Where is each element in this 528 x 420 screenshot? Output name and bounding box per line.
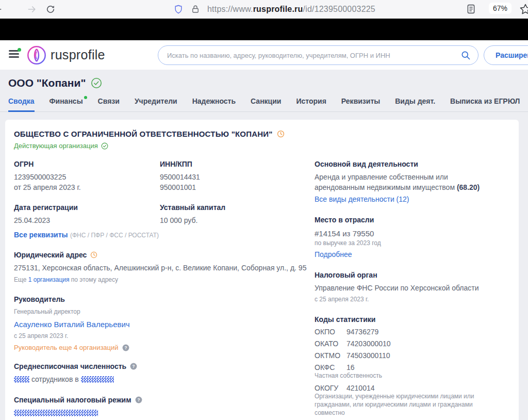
all-activities-link[interactable]: Все виды деятельности (12): [315, 195, 510, 205]
inn-value: 9500014431: [160, 172, 315, 183]
question-icon[interactable]: ?: [130, 363, 137, 370]
question-icon[interactable]: ?: [122, 344, 129, 351]
menu-hamburger-icon[interactable]: [9, 50, 19, 58]
tax-authority-value: Управление ФНС России по Херсонской обла…: [315, 283, 510, 294]
advanced-search-button[interactable]: Расширенный поиск: [484, 45, 528, 65]
svg-text:?: ?: [137, 397, 140, 402]
new-data-dot: [84, 96, 87, 99]
head-position: Генеральный директор: [14, 308, 315, 316]
head-other-orgs-link[interactable]: Руководитель еще 4 организаций: [14, 344, 119, 351]
search-input[interactable]: [158, 45, 478, 65]
lock-icon[interactable]: [191, 5, 200, 14]
ogrn-date: от 25 апреля 2023 г.: [14, 183, 160, 193]
head-since: с 25 апреля 2023 г.: [14, 332, 315, 341]
summary-card: ОБЩЕСТВО С ОГРАНИЧЕННОЙ ОТВЕТСТВЕННОСТЬЮ…: [5, 120, 519, 420]
question-icon[interactable]: ?: [135, 396, 142, 403]
reader-view-icon[interactable]: [466, 4, 476, 14]
tab-finansy[interactable]: Финансы: [50, 97, 83, 111]
site-header: rusprofile Расширенный поиск: [0, 40, 528, 70]
stat-code-row: ОКОГУ4210014: [315, 384, 510, 392]
ogrn-section: ОГРН 1239500003225 от 25 апреля 2023 г.: [14, 160, 160, 192]
head-section: Руководитель Генеральный директор Асауле…: [14, 295, 315, 351]
rusprofile-logo-text[interactable]: rusprofile: [51, 47, 105, 62]
zoom-level-badge[interactable]: 67%: [489, 3, 512, 14]
tab-nadezhnost[interactable]: Надежность: [192, 97, 236, 111]
notification-dot: [18, 48, 21, 52]
bookmark-star-icon[interactable]: [519, 3, 528, 15]
censored-value: [14, 376, 29, 383]
reload-icon[interactable]: [45, 4, 56, 14]
activity-text: Аренда и управление собственным или арен…: [315, 173, 455, 191]
censored-value: [81, 376, 114, 383]
clock-history-icon[interactable]: [90, 251, 97, 259]
tab-sankcii[interactable]: Санкции: [251, 97, 281, 111]
page-title: ООО "Копани": [8, 77, 86, 89]
page-content: ООО "Копани" Сводка Финансы Связи Учреди…: [0, 70, 528, 420]
legal-address-section: Юридический адрес 275131, Херсонская обл…: [14, 251, 315, 284]
capital-value: 10 000 руб.: [160, 216, 315, 226]
svg-text:?: ?: [124, 345, 127, 350]
tax-regime-section: Специальный налоговый режим ?: [14, 396, 315, 417]
stat-codes-section: Коды статистики ОКПО94736279 ОКАТО742030…: [315, 315, 510, 420]
address-bar[interactable]: https://www.rusprofile.ru/id/12395000032…: [173, 0, 375, 19]
tab-svyazi[interactable]: Связи: [98, 97, 120, 111]
rusprofile-logo-icon[interactable]: [26, 44, 47, 66]
stat-code-note: Организации, учрежденные юридическими ли…: [315, 392, 500, 417]
all-requisites-link[interactable]: Все реквизиты: [14, 231, 68, 239]
stat-code-row: ОКТМО74503000110: [315, 351, 510, 360]
activity-code: (68.20): [457, 183, 480, 191]
rank-note: по выручке за 2023 год: [315, 239, 510, 248]
url-text: https://www.rusprofile.ru/id/12395000032…: [207, 5, 375, 14]
kpp-value: 950001001: [160, 183, 315, 193]
company-full-name: ОБЩЕСТВО С ОГРАНИЧЕННОЙ ОТВЕТСТВЕННОСТЬЮ…: [14, 130, 273, 138]
shield-icon[interactable]: [173, 4, 184, 14]
rank-value: #14154 из 79550: [315, 228, 510, 239]
tab-uchrediteli[interactable]: Учредители: [135, 97, 177, 111]
stat-code-note: Частная собственность: [315, 371, 500, 380]
verified-check-icon: [91, 77, 102, 89]
tab-istoriya[interactable]: История: [296, 97, 326, 111]
svg-text:?: ?: [133, 364, 135, 369]
stat-code-row: ОКПО94736279: [315, 328, 510, 336]
top-black-strip: [0, 19, 528, 40]
address-value: 275131, Херсонская область, Алешкинский …: [14, 263, 315, 273]
forward-button-icon[interactable]: [27, 4, 37, 14]
tax-authority-section: Налоговый орган Управление ФНС России по…: [315, 271, 510, 304]
censored-value: [14, 410, 98, 416]
same-address-orgs-link[interactable]: 1 организация: [28, 276, 70, 283]
search-icon[interactable]: [460, 50, 471, 60]
industry-rank-section: Место в отрасли #14154 из 79550 по выруч…: [315, 216, 510, 260]
main-activity-section: Основной вид деятельности Аренда и управ…: [315, 160, 510, 205]
reg-date-section: Дата регистрации 25.04.2023: [14, 203, 160, 226]
requisites-note: (ФНС / ПФР / ФСС / РОССТАТ): [70, 232, 159, 239]
capital-section: Уставный капитал 10 000 руб.: [160, 203, 315, 226]
staff-count-section: Среднесписочная численность ? сотруднико…: [14, 362, 315, 385]
status-check-icon: [101, 142, 108, 150]
tab-svodka[interactable]: Сводка: [8, 97, 35, 111]
back-button-icon[interactable]: [0, 4, 3, 14]
tab-rekvizity[interactable]: Реквизиты: [341, 97, 380, 111]
tab-vidy-deyat[interactable]: Виды деят.: [395, 97, 435, 111]
tax-authority-since: с 25 апреля 2023 г.: [315, 295, 510, 304]
inn-kpp-section: ИНН/КПП 9500014431 950001001: [160, 160, 315, 192]
head-name-link[interactable]: Асауленко Виталий Валерьевич: [14, 319, 315, 330]
clock-history-icon[interactable]: [277, 130, 285, 138]
rank-details-link[interactable]: Подробнее: [315, 250, 510, 260]
browser-toolbar: https://www.rusprofile.ru/id/12395000032…: [0, 0, 528, 19]
status-text: Действующая организация: [14, 142, 98, 150]
ogrn-value: 1239500003225: [14, 172, 160, 183]
tab-vypiska-egrul[interactable]: Выписка из ЕГРЮЛ: [450, 97, 520, 111]
stat-code-row: ОКАТО74203000010: [315, 340, 510, 348]
stat-code-row: ОКФС16: [315, 363, 510, 371]
reg-date-value: 25.04.2023: [14, 216, 160, 226]
tab-bar: Сводка Финансы Связи Учредители Надежнос…: [0, 97, 528, 112]
